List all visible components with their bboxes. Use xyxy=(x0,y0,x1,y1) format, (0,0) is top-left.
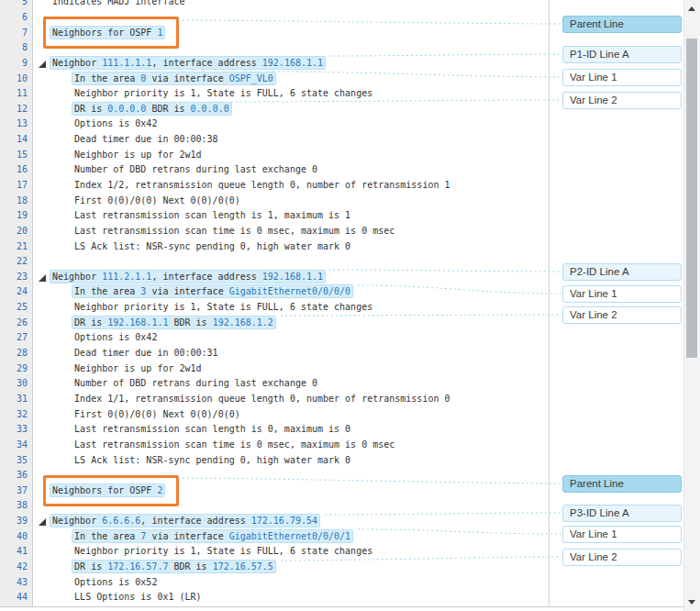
line-number: 17 xyxy=(0,178,28,194)
fold-expanded-icon[interactable] xyxy=(39,274,46,282)
fold-expanded-icon[interactable] xyxy=(39,518,46,526)
code-line-text: Neighbor is up for 2w1d xyxy=(52,148,202,163)
text-token: , interface address xyxy=(140,516,250,526)
text-token: Number of DBD retrans during last exchan… xyxy=(74,378,317,388)
annotation-label-var-line-2[interactable]: Var Line 2 xyxy=(562,306,682,324)
annotation-label-var-line-2[interactable]: Var Line 2 xyxy=(562,92,682,109)
line-number: 29 xyxy=(0,361,28,377)
code-line-row[interactable]: 39Neighbor 6.6.6.6, interface address 17… xyxy=(0,514,549,529)
text-token: Dead timer due in 00:00:31 xyxy=(74,348,218,358)
annotation-label-var-line-1[interactable]: Var Line 1 xyxy=(562,285,682,303)
code-line-row[interactable]: 26 DR is 192.168.1.1 BDR is 192.168.1.2 xyxy=(0,316,549,331)
code-line-row[interactable]: 5Indicates MADJ interface xyxy=(0,0,549,10)
code-line-row[interactable]: 31 Index 1/1, retransmission queue lengt… xyxy=(0,392,549,407)
code-line-row[interactable]: 35 LS Ack list: NSR-sync pending 0, high… xyxy=(0,453,549,469)
code-line-row[interactable]: 9Neighbor 111.1.1.1, interface address 1… xyxy=(0,56,549,72)
scroll-up-icon[interactable] xyxy=(688,6,695,11)
annotation-label-parent-line[interactable]: Parent Line xyxy=(562,475,682,493)
code-line-text: Last retransmission scan time is 0 msec,… xyxy=(52,224,394,239)
code-line-row[interactable]: 13 Options is 0x42 xyxy=(0,117,549,132)
log-viewer: 5Indicates MADJ interface67Neighbors for… xyxy=(0,0,700,611)
line-number: 16 xyxy=(0,162,28,178)
text-token: Neighbor priority is 1, State is FULL, 6… xyxy=(74,88,372,98)
code-line-row[interactable]: 44 LLS Options is 0x1 (LR) xyxy=(0,590,549,605)
text-token: In the area xyxy=(74,73,140,83)
code-line-row[interactable]: 16 Number of DBD retrans during last exc… xyxy=(0,162,549,178)
text-token: Last retransmission scan length is 0, ma… xyxy=(74,424,350,434)
value-token: 0.0.0.0 xyxy=(191,104,229,114)
text-token: First 0(0)/0(0) Next 0(0)/0(0) xyxy=(74,195,240,206)
code-line-row[interactable]: 17 Index 1/2, retransmission queue lengt… xyxy=(0,178,549,194)
value-token: 172.16.79.54 xyxy=(251,516,317,526)
line-number: 21 xyxy=(0,239,28,255)
fold-expanded-icon[interactable] xyxy=(39,61,46,68)
code-line-row[interactable]: 25 Neighbor priority is 1, State is FULL… xyxy=(0,300,549,316)
code-line-row[interactable]: 21 LS Ack list: NSR-sync pending 0, high… xyxy=(0,239,549,255)
line-number: 44 xyxy=(0,590,28,605)
annotation-label-p2-id-line-a[interactable]: P2-ID Line A xyxy=(562,263,682,281)
text-token: , interface address xyxy=(151,272,261,282)
line-number: 18 xyxy=(0,194,28,209)
code-line-text: Neighbor priority is 1, State is FULL, 6… xyxy=(52,544,372,560)
match-highlight: Neighbor 111.2.1.1, interface address 19… xyxy=(50,271,325,283)
code-line-row[interactable]: 27 Options is 0x42 xyxy=(0,330,549,346)
code-line-row[interactable]: 40 In the area 7 via interface GigabitEt… xyxy=(0,529,549,545)
text-token: First 0(0)/0(0) Next 0(0)/0(0) xyxy=(74,409,240,419)
code-line-row[interactable]: 33 Last retransmission scan length is 0,… xyxy=(0,422,549,438)
code-line-row[interactable]: 24 In the area 3 via interface GigabitEt… xyxy=(0,284,549,300)
code-line-row[interactable]: 10 In the area 0 via interface OSPF_VL0 xyxy=(0,72,549,87)
text-token: Options is 0x42 xyxy=(74,118,157,128)
code-line-row[interactable]: 41 Neighbor priority is 1, State is FULL… xyxy=(0,544,549,560)
line-number: 5 xyxy=(0,0,28,10)
text-token: DR is xyxy=(74,104,107,114)
code-line-row[interactable]: 34 Last retransmission scan time is 0 ms… xyxy=(0,438,549,453)
annotation-label-p1-id-line-a[interactable]: P1-ID Line A xyxy=(562,46,682,63)
code-line-row[interactable]: 43 Options is 0x52 xyxy=(0,575,549,591)
code-line-text: In the area 7 via interface GigabitEther… xyxy=(52,529,350,545)
scrollbar-thumb[interactable] xyxy=(686,39,697,358)
code-line-row[interactable]: 12 DR is 0.0.0.0 BDR is 0.0.0.0 xyxy=(0,102,549,117)
line-number: 19 xyxy=(0,208,28,224)
text-token: Neighbor priority is 1, State is FULL, 6… xyxy=(74,302,372,312)
code-line-row[interactable]: 28 Dead timer due in 00:00:31 xyxy=(0,346,549,361)
line-number: 7 xyxy=(0,26,28,41)
vertical-scrollbar[interactable] xyxy=(683,0,700,611)
annotation-label-parent-line[interactable]: Parent Line xyxy=(562,16,682,33)
value-token: GigabitEthernet0/0/0/1 xyxy=(229,531,350,541)
code-line-row[interactable]: 11 Neighbor priority is 1, State is FULL… xyxy=(0,86,549,102)
line-number: 43 xyxy=(0,575,28,591)
code-line-row[interactable]: 15 Neighbor is up for 2w1d xyxy=(0,148,549,163)
line-number: 30 xyxy=(0,376,28,392)
code-line-row[interactable]: 42 DR is 172.16.57.7 BDR is 172.16.57.5 xyxy=(0,560,549,575)
code-line-row[interactable]: 22 xyxy=(0,254,549,270)
text-token: Neighbor priority is 1, State is FULL, 6… xyxy=(74,546,372,556)
line-number: 35 xyxy=(0,453,28,469)
code-line-row[interactable]: 32 First 0(0)/0(0) Next 0(0)/0(0) xyxy=(0,407,549,423)
code-line-text: Dead timer due in 00:00:38 xyxy=(52,132,218,148)
code-line-row[interactable]: 23Neighbor 111.2.1.1, interface address … xyxy=(0,270,549,285)
code-line-text: Last retransmission scan time is 0 msec,… xyxy=(52,438,394,453)
code-line-text: In the area 0 via interface OSPF_VL0 xyxy=(52,72,273,87)
annotation-label-var-line-1[interactable]: Var Line 1 xyxy=(562,69,682,86)
code-line-row[interactable]: 20 Last retransmission scan time is 0 ms… xyxy=(0,224,549,239)
line-number: 39 xyxy=(0,514,28,529)
code-line-text: Last retransmission scan length is 0, ma… xyxy=(52,422,350,438)
text-token: Options is 0x42 xyxy=(74,332,157,342)
text-token: Neighbor is up for 2w1d xyxy=(74,363,201,373)
code-line-row[interactable]: 18 First 0(0)/0(0) Next 0(0)/0(0) xyxy=(0,194,549,209)
annotation-label-var-line-1[interactable]: Var Line 1 xyxy=(562,526,682,543)
code-line-row[interactable]: 14 Dead timer due in 00:00:38 xyxy=(0,132,549,148)
code-line-row[interactable]: 19 Last retransmission scan length is 1,… xyxy=(0,208,549,224)
line-number: 33 xyxy=(0,422,28,438)
line-number: 27 xyxy=(0,330,28,346)
code-line-row[interactable]: 30 Number of DBD retrans during last exc… xyxy=(0,376,549,392)
annotation-label-var-line-2[interactable]: Var Line 2 xyxy=(562,549,682,566)
parent-line-outline xyxy=(43,17,179,49)
scroll-down-icon[interactable] xyxy=(688,600,695,605)
annotation-label-p3-id-line-a[interactable]: P3-ID Line A xyxy=(562,505,682,522)
line-number: 32 xyxy=(0,407,28,423)
code-line-row[interactable]: 29 Neighbor is up for 2w1d xyxy=(0,361,549,377)
match-highlight: In the area 7 via interface GigabitEther… xyxy=(72,530,352,542)
code-line-text: Neighbor 111.1.1.1, interface address 19… xyxy=(52,56,323,72)
text-token: BDR is xyxy=(146,104,190,114)
